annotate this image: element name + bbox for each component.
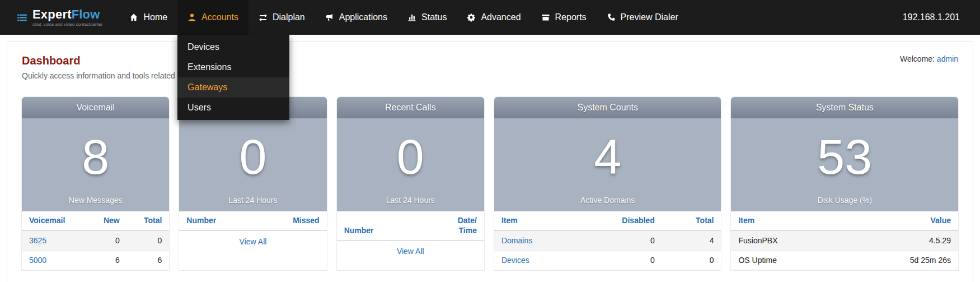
column-header-new: New: [87, 211, 127, 230]
card-caption: Last 24 Hours: [386, 196, 435, 211]
cell-link[interactable]: 5000: [29, 256, 46, 265]
table-row: OS Uptime5d 25m 26s: [731, 250, 958, 270]
card-caption: Active Domains: [580, 196, 635, 211]
nav-item-label: Home: [143, 12, 167, 22]
welcome-user-link[interactable]: admin: [937, 54, 958, 63]
nav-item-label: Accounts: [201, 12, 238, 22]
card-big-number: 8: [82, 118, 109, 196]
card-missed-calls: Missed Calls 0 Last 24 Hours NumberMisse…: [179, 97, 326, 270]
home-icon: [129, 13, 138, 22]
bar-chart-icon: [407, 13, 416, 22]
page-title: Dashboard: [22, 54, 175, 67]
column-header-item: Item: [494, 211, 576, 230]
column-header-total: Total: [127, 211, 170, 230]
welcome-text: Welcome: admin: [900, 54, 958, 63]
card-table: NumberMissed: [179, 211, 326, 231]
card-big-number: 0: [397, 118, 424, 196]
card-system-counts: System Counts 4 Active Domains ItemDisab…: [494, 97, 721, 270]
table-row: Domains04: [494, 230, 721, 250]
view-all-link[interactable]: View All: [240, 231, 267, 253]
cell-link[interactable]: Domains: [501, 236, 532, 245]
card-big-number: 4: [594, 118, 621, 196]
column-header-date-time: Date/ Time: [451, 211, 484, 241]
nav-item-label: Status: [421, 12, 447, 22]
expertflow-logo-icon: [17, 12, 27, 23]
transfer-arrows-icon: [259, 13, 268, 22]
column-header-number: Number: [337, 211, 451, 241]
card-system-status: System Status 53 Disk Usage (%) ItemValu…: [731, 97, 958, 270]
card-table: VoicemailNewTotal 362500500066: [22, 211, 169, 270]
nav-item-preview-dialer[interactable]: Preview Dialer: [597, 0, 688, 35]
brand-name: ExpertFlow: [32, 7, 100, 21]
table-row: 500066: [22, 250, 169, 270]
table-header-row: ItemValue: [731, 211, 958, 230]
column-header-missed: Missed: [256, 211, 327, 230]
nav-item-advanced[interactable]: Advanced: [457, 0, 531, 35]
card-hero: 8 New Messages: [22, 118, 169, 211]
card-big-number: 53: [817, 118, 872, 196]
card-hero: 53 Disk Usage (%): [731, 118, 958, 211]
cell-link[interactable]: Devices: [501, 256, 529, 265]
nav-item-label: Reports: [555, 12, 587, 22]
top-navbar: ExpertFlow chat, voice and video contact…: [0, 0, 980, 35]
archive-box-icon: [541, 13, 550, 22]
view-all-area: View All: [337, 241, 484, 263]
table-cell: 3625: [22, 230, 87, 250]
table-cell: 5d 25m 26s: [843, 250, 958, 270]
table-row: 362500: [22, 230, 169, 250]
card-title: Recent Calls: [337, 97, 484, 118]
brand-logo[interactable]: ExpertFlow chat, voice and video contact…: [0, 0, 119, 35]
card-big-number: 0: [239, 118, 266, 196]
card-hero: 4 Active Domains: [494, 118, 721, 211]
nav-item-accounts[interactable]: Accounts DevicesExtensionsGatewaysUsers: [177, 0, 248, 35]
column-header-disabled: Disabled: [576, 211, 662, 230]
view-all-area: View All: [179, 231, 326, 253]
table-cell: FusionPBX: [731, 230, 843, 250]
card-caption: Disk Usage (%): [818, 196, 872, 211]
table-cell: 4: [662, 230, 721, 250]
nav-item-applications[interactable]: Applications: [315, 0, 397, 35]
table-cell: Domains: [494, 230, 576, 250]
column-header-value: Value: [843, 211, 958, 230]
table-header-row: VoicemailNewTotal: [22, 211, 169, 230]
menu-item-gateways[interactable]: Gateways: [177, 77, 289, 98]
phone-icon: [607, 13, 616, 22]
table-cell: 0: [576, 230, 662, 250]
server-ip: 192.168.1.201: [883, 0, 980, 35]
accounts-dropdown-menu: DevicesExtensionsGatewaysUsers: [177, 35, 289, 120]
user-icon: [187, 13, 196, 22]
column-header-item: Item: [731, 211, 843, 230]
nav-item-status[interactable]: Status: [397, 0, 457, 35]
menu-item-users[interactable]: Users: [177, 98, 289, 118]
card-table: ItemDisabledTotal Domains04Devices00: [494, 211, 721, 270]
nav-item-label: Preview Dialer: [621, 12, 678, 22]
table-header-row: NumberDate/ Time: [337, 211, 484, 241]
menu-item-devices[interactable]: Devices: [177, 37, 289, 57]
welcome-label: Welcome:: [900, 54, 935, 63]
table-cell: 6: [127, 250, 170, 270]
card-title: System Status: [731, 97, 958, 118]
nav-item-reports[interactable]: Reports: [531, 0, 597, 35]
gear-icon: [467, 13, 476, 22]
card-recent-calls: Recent Calls 0 Last 24 Hours NumberDate/…: [337, 97, 484, 270]
table-cell: Devices: [494, 250, 576, 270]
table-cell: 5000: [22, 250, 87, 270]
card-caption: Last 24 Hours: [228, 196, 277, 211]
cell-link[interactable]: 3625: [29, 236, 46, 245]
column-header-total: Total: [662, 211, 721, 230]
nav-item-label: Dialplan: [273, 12, 305, 22]
page-subtitle: Quickly access information and tools rel…: [22, 71, 175, 80]
main-menu: Home Accounts DevicesExtensionsGatewaysU…: [119, 0, 688, 35]
table-cell: 6: [87, 250, 127, 270]
menu-item-extensions[interactable]: Extensions: [177, 57, 289, 77]
table-header-row: NumberMissed: [179, 211, 326, 230]
megaphone-icon: [325, 13, 334, 22]
view-all-link[interactable]: View All: [397, 241, 424, 263]
card-hero: 0 Last 24 Hours: [179, 118, 326, 211]
nav-item-home[interactable]: Home: [119, 0, 177, 35]
card-hero: 0 Last 24 Hours: [337, 118, 484, 211]
nav-item-dialplan[interactable]: Dialplan: [248, 0, 315, 35]
brand-name-part2: Flow: [72, 7, 100, 21]
page-container: Dashboard Quickly access information and…: [7, 41, 973, 282]
column-header-voicemail: Voicemail: [22, 211, 87, 230]
